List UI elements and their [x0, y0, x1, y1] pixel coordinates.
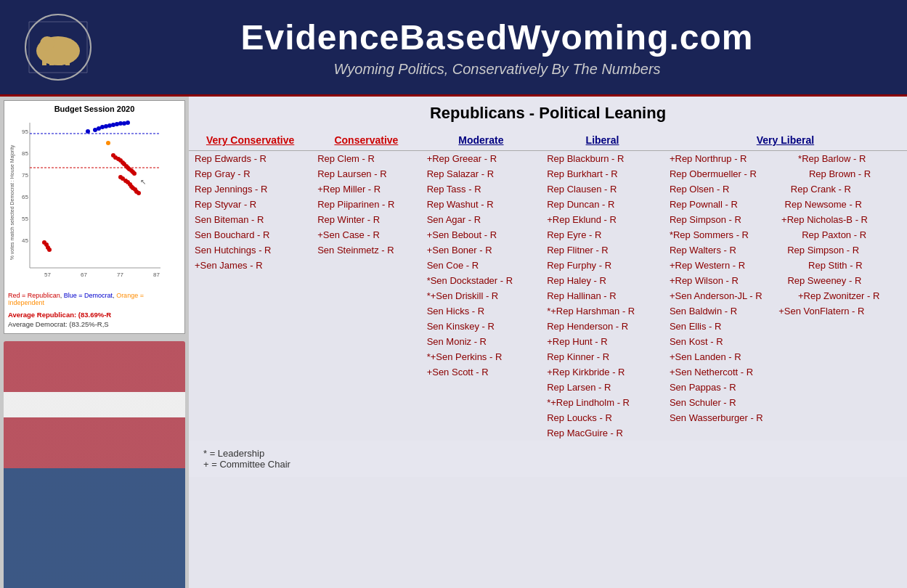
table-row: +Sen Nethercott - R: [664, 364, 881, 380]
table-row: +Rep Northrup - R*Rep Barlow - R: [664, 151, 907, 167]
svg-point-24: [104, 124, 108, 128]
table-row: Rep Gray - R: [189, 166, 312, 181]
table-row: [312, 364, 420, 380]
table-row: Rep Newsome - R: [779, 197, 907, 212]
legend-democrat: Blue = Democrat: [64, 292, 113, 299]
chart-title: Budget Session 2020: [8, 105, 181, 113]
table-row: [189, 319, 312, 334]
svg-rect-7: [65, 57, 70, 65]
table-row: Rep Brown - R: [803, 166, 907, 181]
table-row: Rep Tass - R: [421, 181, 542, 197]
table-row: +Rep Western - R: [664, 258, 802, 273]
table-row: Rep Winter - R: [312, 212, 420, 227]
table-row: +Rep Greear - R: [421, 151, 542, 167]
table-row: Rep Clausen - R: [541, 181, 664, 197]
table-row: Rep Clem - R: [312, 151, 420, 167]
table-row: Sen Moniz - R: [421, 334, 542, 349]
table-row: Rep Styvar - R: [189, 197, 312, 212]
svg-point-3: [40, 36, 54, 51]
svg-point-25: [107, 123, 112, 128]
svg-text:↖: ↖: [140, 178, 146, 186]
svg-point-31: [106, 141, 110, 145]
svg-point-43: [132, 171, 137, 176]
table-row: Sen Pappas - R: [664, 380, 876, 395]
chart-container: Budget Session 2020 95 85 75 65 55 45 57…: [4, 100, 185, 334]
table-row: [312, 258, 420, 273]
svg-rect-5: [49, 54, 54, 65]
table-row: Rep Blackburn - R: [541, 151, 664, 167]
table-row: [870, 334, 907, 349]
footnote-leadership: * = Leadership: [203, 448, 892, 459]
table-row: Rep Pownall - RRep Newsome - R: [664, 197, 907, 212]
political-leaning-table: Very Conservative Conservative Moderate …: [189, 130, 907, 441]
table-row: Rep Pownall - R: [664, 197, 779, 212]
table-row: Rep Hallinan - R: [541, 288, 664, 303]
table-row: +Sen Landen - R: [664, 349, 877, 364]
table-row: +Rep Nicholas-B - R: [776, 212, 907, 227]
table-row: Sen Baldwin - R: [664, 303, 773, 319]
table-row: Rep Salazar - R: [421, 166, 542, 181]
table-row: [421, 380, 542, 395]
chart-area: 95 85 75 65 55 45 57 67 77 87: [8, 115, 168, 290]
table-row: Rep Obermueller - RRep Brown - R: [664, 166, 907, 181]
table-row: +Sen Scott - R: [421, 364, 542, 380]
table-row: *+Rep Lindholm - R: [541, 395, 664, 410]
header-text-block: EvidenceBasedWyoming.com Wyoming Politic…: [102, 17, 892, 78]
table-row: Rep Simpson - R: [781, 242, 907, 258]
table-row: Sen Schuler - R: [664, 395, 907, 410]
table-row: [312, 319, 420, 334]
table-row: Rep Obermueller - R: [664, 166, 803, 181]
table-row: [189, 334, 312, 349]
table-row: [312, 349, 420, 364]
table-row: Sen Wasserburger - R: [664, 410, 883, 425]
table-row: [876, 395, 907, 410]
svg-text:57: 57: [44, 271, 51, 278]
table-row: +Sen James - R: [189, 258, 312, 273]
table-row: [312, 395, 420, 410]
table-row: Sen Kost - R: [664, 334, 870, 349]
avg-dem-label: Average Democrat: (83.25%-R,S: [8, 319, 181, 329]
footer-notes: * = Leadership + = Committee Chair: [189, 441, 907, 477]
table-row: Rep Eyre - R: [541, 227, 664, 242]
table-row: +Rep Miller - R: [312, 181, 420, 197]
table-row: +Sen Anderson-JL - R+Rep Zwonitzer - R: [664, 288, 907, 303]
table-row: [189, 410, 312, 425]
table-row: Rep Flitner - R: [541, 242, 664, 258]
site-logo: [15, 7, 102, 87]
table-row: +Sen Anderson-JL - R: [664, 288, 792, 303]
main-content: Budget Session 2020 95 85 75 65 55 45 57…: [0, 97, 907, 588]
table-row: Rep MacGuire - R: [541, 425, 664, 441]
table-row: +Sen Landen - R: [664, 349, 907, 364]
site-subtitle: Wyoming Politics, Conservatively By The …: [102, 61, 892, 78]
table-row: *Rep Sommers - R: [664, 227, 796, 242]
svg-rect-6: [58, 57, 62, 65]
table-row: +Rep Zwonitzer - R: [792, 288, 907, 303]
footnote-committee: + = Committee Chair: [203, 459, 892, 470]
table-row: Rep Henderson - R: [541, 319, 664, 334]
table-row: Rep Olsen - RRep Crank - R: [664, 181, 907, 197]
table-row: [312, 380, 420, 395]
table-row: [312, 288, 420, 303]
table-row: [664, 425, 907, 441]
table-row: Rep Washut - R: [421, 197, 542, 212]
svg-point-20: [86, 129, 90, 134]
table-row: Sen Bouchard - R: [189, 227, 312, 242]
table-row: Sen Agar - R: [421, 212, 542, 227]
table-row: Sen Kinskey - R: [421, 319, 542, 334]
svg-text:55: 55: [22, 216, 28, 222]
svg-point-29: [122, 121, 126, 126]
table-row: +Rep Kirkbride - R: [541, 364, 664, 380]
table-row: [881, 364, 907, 380]
table-row: +Sen Bebout - R: [421, 227, 542, 242]
table-row: [189, 364, 312, 380]
table-row: Rep Olsen - R: [664, 181, 785, 197]
table-row: Rep Furphy - R: [541, 258, 664, 273]
table-row: Sen Ellis - R: [664, 319, 907, 334]
svg-text:77: 77: [117, 271, 123, 278]
table-row: +Rep Wilson - R: [664, 273, 782, 288]
table-row: +Sen Case - R: [312, 227, 420, 242]
svg-text:45: 45: [22, 237, 28, 244]
table-row: [876, 380, 907, 395]
table-row: Rep Paxton - R: [796, 227, 907, 242]
table-row: Sen Steinmetz - R: [312, 242, 420, 258]
